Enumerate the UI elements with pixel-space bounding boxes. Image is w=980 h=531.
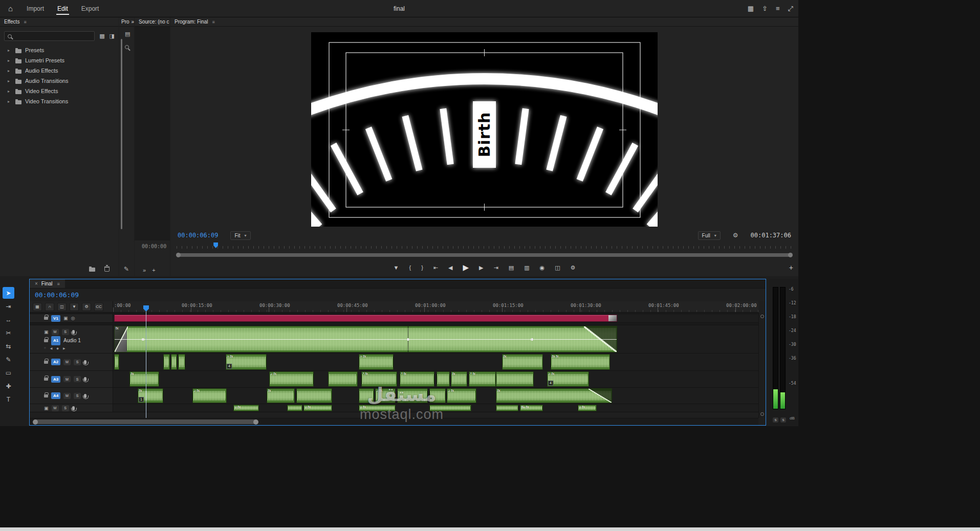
export-frame-button[interactable]: ◉ <box>540 264 545 271</box>
rectangle-tool[interactable]: ▭ <box>3 367 14 379</box>
audio-fade-out[interactable] <box>589 389 612 403</box>
timeline-clip[interactable]: ♪ fx <box>269 371 314 387</box>
timeline-clip[interactable] <box>397 388 428 403</box>
timeline-clip[interactable] <box>359 388 374 403</box>
track-lock-icon[interactable] <box>44 361 48 364</box>
timeline-playhead[interactable] <box>146 305 146 418</box>
step-forward-button[interactable]: ▶ <box>479 264 483 271</box>
voiceover-record-icon[interactable] <box>72 406 75 410</box>
solo-right-button[interactable]: S <box>780 417 786 423</box>
sync-lock-icon[interactable]: ▣ <box>44 406 49 411</box>
timeline-clip[interactable]: fx <box>114 326 617 352</box>
effects-tree-item[interactable]: ▸Audio Effects <box>0 65 119 76</box>
track-target-badge[interactable]: V1 <box>51 315 60 322</box>
solo-button[interactable]: S <box>62 329 69 335</box>
sequence-tab[interactable]: × Final ≡ <box>30 279 65 288</box>
solo-button[interactable]: S <box>62 405 69 411</box>
keyframe-dot[interactable] <box>407 338 409 341</box>
captions-icon[interactable]: CC <box>94 303 103 311</box>
panel-menu-icon[interactable]: ≡ <box>57 281 60 286</box>
timeline-clip[interactable] <box>114 315 617 322</box>
mark-in-button[interactable]: { <box>409 264 411 271</box>
settings-wrench-icon[interactable]: ⚙ <box>733 232 738 239</box>
linked-selection-icon[interactable]: ◫ <box>57 303 67 311</box>
menu-export[interactable]: Export <box>81 0 99 17</box>
comparison-view-button[interactable]: ◫ <box>555 264 560 271</box>
add-button-icon[interactable]: + <box>152 267 155 273</box>
project-panel-scrollbar[interactable] <box>121 39 122 229</box>
timeline-clip[interactable]: fx fx <box>551 354 610 370</box>
mute-button[interactable]: M <box>63 359 71 365</box>
scrollbar-top-handle[interactable] <box>760 315 764 318</box>
mute-button[interactable]: M <box>63 393 71 399</box>
solo-button[interactable]: S <box>74 359 81 365</box>
timeline-clip[interactable]: ‰ fx <box>520 405 543 411</box>
solo-button[interactable]: S <box>74 376 81 382</box>
sync-lock-icon[interactable]: ▣ <box>63 316 68 321</box>
timeline-clip[interactable]: ♪ fx <box>233 405 259 411</box>
track-lock-icon[interactable] <box>44 394 48 397</box>
monitor-settings-button[interactable]: ⚙ <box>571 264 576 271</box>
program-monitor-preview[interactable]: Birth <box>311 32 658 227</box>
track-target-badge[interactable]: A3 <box>51 376 60 383</box>
timeline-clip[interactable] <box>328 371 358 387</box>
timeline-timecode[interactable]: 00:00:06:09 <box>35 291 79 299</box>
lift-button[interactable]: ▤ <box>509 264 514 271</box>
effects-panel-tab[interactable]: Effects <box>4 19 19 25</box>
scrollbar-bottom-handle[interactable] <box>760 412 764 416</box>
program-zoom-scrollbar[interactable] <box>177 253 792 257</box>
bit-color-effects-icon[interactable]: ◨ <box>110 33 115 39</box>
panel-menu-icon[interactable]: ≡ <box>212 19 215 25</box>
timeline-clip[interactable] <box>496 405 518 411</box>
timeline-clip[interactable] <box>429 388 446 403</box>
keyframe-dot[interactable] <box>142 338 144 341</box>
go-to-in-button[interactable]: ⇤ <box>433 264 438 271</box>
new-custom-bin-icon[interactable] <box>89 268 95 272</box>
timeline-clip[interactable]: fx <box>496 388 612 403</box>
timeline-clip[interactable]: * fx <box>400 371 434 387</box>
keyframe-type-icon[interactable]: ○ <box>44 346 46 349</box>
timeline-clip[interactable] <box>178 354 185 370</box>
quick-export-icon[interactable]: ⇧ <box>762 5 768 13</box>
timeline-clip[interactable] <box>429 405 471 411</box>
timeline-clip[interactable]: ≈ fx4 <box>547 371 589 387</box>
home-icon[interactable]: ⌂ <box>8 4 13 13</box>
track-lock-icon[interactable] <box>44 317 48 320</box>
timeline-clip[interactable]: ≈ fx4 <box>226 354 267 370</box>
nested-sequence-icon[interactable]: ▦ <box>33 303 42 311</box>
slip-tool[interactable]: ⇆ <box>3 340 14 352</box>
extract-button[interactable]: ▥ <box>524 264 529 271</box>
timeline-clip[interactable]: ♪ fx <box>192 388 227 403</box>
find-icon[interactable] <box>125 44 129 50</box>
ripple-edit-tool[interactable]: ↔ <box>3 314 14 325</box>
razor-tool[interactable]: ✂ <box>3 327 14 339</box>
timeline-clip[interactable]: fx1 <box>138 388 163 403</box>
timeline-clip[interactable] <box>296 388 332 403</box>
timeline-clip[interactable]: * fx <box>361 371 397 387</box>
timeline-vertical-scrollbar[interactable] <box>758 313 766 418</box>
track-target-badge[interactable]: A1 <box>51 336 60 345</box>
next-keyframe-icon[interactable]: ▶ <box>63 346 66 350</box>
scrollbar-handle[interactable] <box>34 419 257 424</box>
accelerated-effects-icon[interactable]: ▩ <box>99 33 104 39</box>
voiceover-record-icon[interactable] <box>84 377 86 381</box>
panel-menu-icon[interactable]: ≡ <box>24 19 26 25</box>
effects-tree-item[interactable]: ▸Presets <box>0 45 119 55</box>
program-timecode[interactable]: 00:00:06:09 <box>178 232 218 239</box>
timeline-clip[interactable]: ♪ fx <box>447 388 476 403</box>
fullscreen-icon[interactable]: ⤢ <box>788 5 793 13</box>
timeline-clip[interactable]: * fx <box>469 371 496 387</box>
voiceover-record-icon[interactable] <box>84 360 86 364</box>
button-editor-plus-icon[interactable]: + <box>789 263 793 272</box>
track-select-tool[interactable]: ⇥ <box>3 300 14 312</box>
track-lock-icon[interactable] <box>44 378 48 381</box>
timeline-clip[interactable]: ♪ fx <box>375 388 396 403</box>
timeline-clip[interactable]: ≈ fx <box>359 354 394 370</box>
timeline-horizontal-scrollbar[interactable] <box>30 418 758 425</box>
program-playhead[interactable] <box>213 242 218 248</box>
effects-search-input[interactable] <box>4 31 95 41</box>
edit-pencil-icon[interactable]: ✎ <box>124 266 129 273</box>
solo-left-button[interactable]: S <box>773 417 778 423</box>
step-back-button[interactable]: ◀ <box>448 264 452 271</box>
add-keyframe-icon[interactable]: ◆ <box>56 346 59 350</box>
